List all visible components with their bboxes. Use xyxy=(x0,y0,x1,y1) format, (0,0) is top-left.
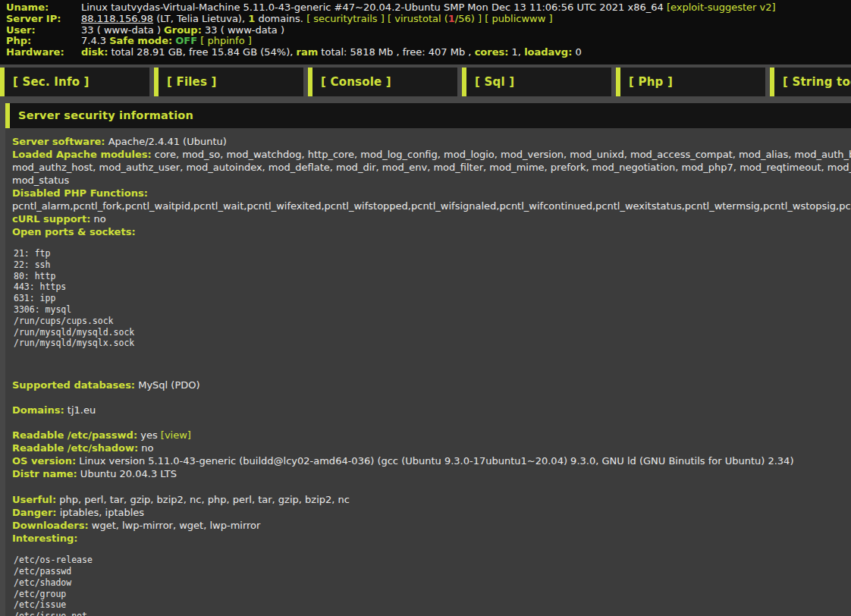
text-segment: total 28.91 GB, free 15.84 GB (54%), xyxy=(108,46,296,58)
text-segment: wget, lwp-mirror, wget, lwp-mirror xyxy=(89,520,261,531)
spacer xyxy=(12,391,851,404)
text-segment: Supported databases: xyxy=(12,379,135,391)
text-segment: disk: xyxy=(81,46,108,58)
interesting-label: Interesting: xyxy=(12,532,851,545)
text-segment: pcntl_alarm,pcntl_fork,pcntl_waitpid,pcn… xyxy=(12,200,851,212)
spacer xyxy=(12,359,851,379)
readable-passwd-line: Readable /etc/passwd: yes [view] xyxy=(12,429,851,442)
tab-console-label: [ Console ] xyxy=(321,75,391,89)
hardware-row-label: Hardware: xyxy=(0,47,81,58)
text-segment: MySql (PDO) xyxy=(135,379,200,391)
text-segment: Server software: xyxy=(12,136,105,147)
server-ip-row-label: Server IP: xyxy=(0,14,81,25)
spacer xyxy=(12,416,851,429)
text-segment: core, mod_so, mod_watchdog, http_core, m… xyxy=(152,149,851,160)
text-segment: Safe mode: xyxy=(109,35,172,46)
text-segment: Open ports & sockets: xyxy=(12,226,136,237)
text-segment: total: 5818 Mb , free: 407 Mb , xyxy=(318,46,474,58)
uname-row-label: Uname: xyxy=(0,2,81,14)
securitytrails-link[interactable]: [ securitytrails ] xyxy=(306,13,385,24)
server-info-rows: Uname:Linux tautvydas-Virtual-Machine 5.… xyxy=(0,2,851,58)
text-segment: domains. xyxy=(255,13,306,24)
server-ip-link[interactable]: 88.118.156.98 xyxy=(81,13,153,24)
interesting-files-list: /etc/os-release /etc/passwd /etc/shadow … xyxy=(14,555,851,616)
user-row-label: User: xyxy=(0,25,81,36)
spacer xyxy=(12,480,851,493)
text-segment: (LT, Telia Lietuva), xyxy=(153,13,248,24)
text-segment: 33 ( www-data ) xyxy=(202,24,284,36)
text-segment: OFF xyxy=(175,35,197,46)
hardware-row-value: disk: total 28.91 GB, free 15.84 GB (54%… xyxy=(81,47,582,58)
tab-sec-info-label: [ Sec. Info ] xyxy=(13,75,89,89)
text-segment: php, perl, tar, gzip, bzip2, nc, php, pe… xyxy=(56,494,350,505)
curl-support-line: cURL support: no xyxy=(12,212,851,225)
text-segment: yes xyxy=(137,429,161,441)
text-segment: OS version: xyxy=(12,455,76,467)
text-segment: mod_status xyxy=(12,174,69,186)
text-segment: Distr name: xyxy=(12,468,77,479)
text-segment: tj1.eu xyxy=(64,404,96,416)
text-segment: Danger: xyxy=(12,507,57,518)
tab-php[interactable]: [ Php ] xyxy=(616,68,765,96)
open-ports-label: Open ports & sockets: xyxy=(12,225,851,238)
text-segment: iptables, iptables xyxy=(57,507,145,518)
text-segment: Disabled PHP Functions: xyxy=(12,187,148,199)
text-segment: 1 xyxy=(248,13,255,24)
disabled-php-functions-label: Disabled PHP Functions: xyxy=(12,187,851,200)
text-segment: Linux tautvydas-Virtual-Machine 5.11.0-4… xyxy=(81,2,667,13)
supported-databases-line: Supported databases: MySql (PDO) xyxy=(12,379,851,391)
text-segment: no xyxy=(138,442,153,454)
phpinfo-link[interactable]: [ phpinfo ] xyxy=(200,35,252,46)
domains-line: Domains: tj1.eu xyxy=(12,404,851,416)
server-ip-row: Server IP:88.118.156.98 (LT, Telia Lietu… xyxy=(0,14,851,25)
text-segment: 0 xyxy=(572,46,581,58)
text-segment: Ubuntu 20.04.3 LTS xyxy=(77,468,177,479)
text-segment: Readable /etc/passwd: xyxy=(12,429,137,441)
server-software-line: Server software: Apache/2.4.41 (Ubuntu) xyxy=(12,135,851,148)
tab-string-tools[interactable]: [ String tools ] xyxy=(770,68,851,96)
uname-row: Uname:Linux tautvydas-Virtual-Machine 5.… xyxy=(0,2,851,14)
downloaders-line: Downloaders: wget, lwp-mirror, wget, lwp… xyxy=(12,519,851,532)
text-segment: Linux version 5.11.0-43-generic (buildd@… xyxy=(76,455,793,467)
tab-sec-info[interactable]: [ Sec. Info ] xyxy=(0,68,149,96)
section-title: Server security information xyxy=(18,109,193,121)
text-segment: Apache/2.4.41 (Ubuntu) xyxy=(105,136,227,147)
publicwww-link[interactable]: [ publicwww ] xyxy=(485,13,552,24)
tab-bar: [ Sec. Info ][ Files ][ Console ][ Sql ]… xyxy=(0,68,851,96)
text-segment: 1 xyxy=(448,13,455,24)
tab-sql-label: [ Sql ] xyxy=(475,75,514,89)
text-segment: Domains: xyxy=(12,404,64,416)
text-segment: Downloaders: xyxy=(12,520,89,531)
tab-files[interactable]: [ Files ] xyxy=(154,68,303,96)
section-header: Server security information xyxy=(5,103,851,128)
virustotal-link[interactable]: [ virustotal ( xyxy=(388,13,448,24)
text-segment: cURL support: xyxy=(12,213,90,225)
text-segment: mod_authz_host, mod_authz_user, mod_auto… xyxy=(12,162,851,173)
text-segment: ram xyxy=(296,46,318,58)
text-segment: Userful: xyxy=(12,494,56,505)
virustotal-link[interactable]: /56) ] xyxy=(455,13,482,24)
disabled-php-functions-value: pcntl_alarm,pcntl_fork,pcntl_waitpid,pcn… xyxy=(12,200,851,212)
user-row-value: 33 ( www-data ) Group: 33 ( www-data ) xyxy=(81,25,284,36)
exploit-suggester-link[interactable]: [exploit-suggester v2] xyxy=(667,2,776,13)
tab-sql[interactable]: [ Sql ] xyxy=(462,68,611,96)
text-segment: Readable /etc/shadow: xyxy=(12,442,138,454)
tab-files-label: [ Files ] xyxy=(167,75,217,89)
tab-php-label: [ Php ] xyxy=(629,75,673,89)
open-ports-list: 21: ftp 22: ssh 80: http 443: https 631:… xyxy=(14,248,851,349)
php-row-value: 7.4.3 Safe mode: OFF [ phpinfo ] xyxy=(81,36,252,47)
php-row: Php:7.4.3 Safe mode: OFF [ phpinfo ] xyxy=(0,36,851,47)
tab-string-tools-label: [ String tools ] xyxy=(783,75,851,89)
view-passwd-link[interactable]: [view] xyxy=(161,429,191,441)
text-segment: loadavg: xyxy=(524,46,572,58)
text-segment: Group: xyxy=(164,24,202,36)
text-segment: 1, xyxy=(508,46,524,58)
text-segment: 7.4.3 xyxy=(81,35,109,46)
text-segment: Loaded Apache modules: xyxy=(12,149,152,160)
text-segment: 33 ( www-data ) xyxy=(81,24,164,36)
hardware-row: Hardware:disk: total 28.91 GB, free 15.8… xyxy=(0,47,851,58)
text-segment: no xyxy=(90,213,105,225)
server-info-header: Uname:Linux tautvydas-Virtual-Machine 5.… xyxy=(0,0,851,64)
text-segment: cores: xyxy=(475,46,509,58)
tab-console[interactable]: [ Console ] xyxy=(308,68,457,96)
